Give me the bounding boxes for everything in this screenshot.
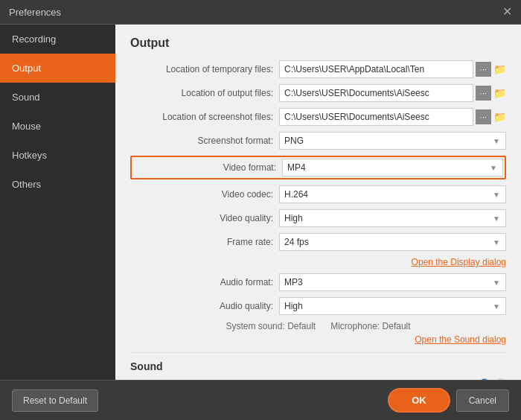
screenshot-files-folder-button[interactable]: 📁 (493, 111, 506, 123)
video-codec-dropdown-wrapper: H.264 (279, 185, 506, 203)
video-format-select[interactable]: MP4 (282, 159, 503, 176)
close-button[interactable]: ✕ (502, 6, 512, 18)
output-section-title: Output (130, 36, 506, 50)
video-format-control: MP4 (282, 159, 503, 176)
video-format-dropdown-wrapper: MP4 (282, 159, 503, 176)
screenshot-files-control: C:\Users\USER\Documents\AiSeesc ··· 📁 (279, 108, 506, 126)
video-format-label: Video format: (133, 162, 282, 173)
cancel-button[interactable]: Cancel (456, 389, 509, 412)
temp-files-label: Location of temporary files: (130, 64, 279, 74)
audio-quality-control: High (279, 297, 506, 315)
screenshot-format-control: PNG (279, 132, 506, 150)
dialog-title: Preferences (9, 7, 61, 18)
sound-info-row: System sound: Default Microphone: Defaul… (130, 321, 506, 331)
open-sound-dialog-row: Open the Sound dialog (130, 334, 506, 345)
video-quality-control: High (279, 209, 506, 227)
output-files-dots-button[interactable]: ··· (476, 86, 491, 101)
output-files-folder-button[interactable]: 📁 (493, 87, 506, 99)
audio-format-dropdown-wrapper: MP3 (279, 273, 506, 291)
screenshot-files-label: Location of screenshot files: (130, 112, 279, 122)
temp-files-folder-button[interactable]: 📁 (493, 63, 506, 75)
frame-rate-select[interactable]: 24 fps (279, 233, 506, 251)
audio-quality-row: Audio quality: High (130, 297, 506, 315)
main-content: Output Location of temporary files: C:\U… (115, 25, 521, 380)
system-sound-info: System sound: Default (226, 321, 316, 331)
sidebar-item-hotkeys[interactable]: Hotkeys (0, 141, 115, 170)
audio-format-row: Audio format: MP3 (130, 273, 506, 291)
content-area: Recording Output Sound Mouse Hotkeys Oth… (0, 25, 521, 380)
sidebar-item-mouse[interactable]: Mouse (0, 112, 115, 141)
screenshot-format-label: Screenshot format: (130, 136, 279, 146)
video-codec-control: H.264 (279, 185, 506, 203)
sidebar-item-output[interactable]: Output (0, 54, 115, 83)
sidebar-item-recording[interactable]: Recording (0, 25, 115, 54)
audio-format-select[interactable]: MP3 (279, 273, 506, 291)
output-files-path: C:\Users\USER\Documents\AiSeesc (279, 84, 473, 102)
ok-button[interactable]: OK (388, 388, 450, 413)
open-display-dialog-button[interactable]: Open the Display dialog (412, 257, 506, 267)
video-codec-select[interactable]: H.264 (279, 185, 506, 203)
footer: Reset to Default OK Cancel (0, 380, 521, 420)
screenshot-format-row: Screenshot format: PNG (130, 132, 506, 150)
temp-files-path: C:\Users\USER\AppData\Local\Ten (279, 60, 473, 78)
frame-rate-label: Frame rate: (130, 237, 279, 247)
video-quality-dropdown-wrapper: High (279, 209, 506, 227)
frame-rate-dropdown-wrapper: 24 fps (279, 233, 506, 251)
sidebar-item-sound[interactable]: Sound (0, 83, 115, 112)
frame-rate-control: 24 fps (279, 233, 506, 251)
video-quality-row: Video quality: High (130, 209, 506, 227)
screenshot-files-path: C:\Users\USER\Documents\AiSeesc (279, 108, 473, 126)
audio-quality-dropdown-wrapper: High (279, 297, 506, 315)
preferences-dialog: Preferences ✕ Recording Output Sound Mou… (0, 0, 521, 420)
sidebar-item-others[interactable]: Others (0, 170, 115, 199)
screenshot-files-dots-button[interactable]: ··· (476, 109, 491, 124)
video-codec-row: Video codec: H.264 (130, 185, 506, 203)
audio-format-control: MP3 (279, 273, 506, 291)
sidebar: Recording Output Sound Mouse Hotkeys Oth… (0, 25, 115, 380)
screenshot-format-select[interactable]: PNG (279, 132, 506, 150)
title-bar: Preferences ✕ (0, 0, 521, 25)
separator (130, 352, 506, 353)
audio-quality-label: Audio quality: (130, 301, 279, 311)
output-files-control: C:\Users\USER\Documents\AiSeesc ··· 📁 (279, 84, 506, 102)
open-display-dialog-row: Open the Display dialog (130, 257, 506, 267)
frame-rate-row: Frame rate: 24 fps (130, 233, 506, 251)
open-sound-dialog-button[interactable]: Open the Sound dialog (415, 334, 506, 345)
screenshot-files-row: Location of screenshot files: C:\Users\U… (130, 108, 506, 126)
output-files-row: Location of output files: C:\Users\USER\… (130, 84, 506, 102)
audio-quality-select[interactable]: High (279, 297, 506, 315)
footer-right: OK Cancel (388, 388, 509, 413)
reset-to-default-button[interactable]: Reset to Default (12, 389, 98, 412)
video-codec-label: Video codec: (130, 189, 279, 200)
temp-files-row: Location of temporary files: C:\Users\US… (130, 60, 506, 78)
microphone-info: Microphone: Default (330, 321, 410, 331)
video-format-row: Video format: MP4 (130, 156, 506, 179)
temp-files-dots-button[interactable]: ··· (476, 62, 491, 77)
temp-files-control: C:\Users\USER\AppData\Local\Ten ··· 📁 (279, 60, 506, 78)
video-quality-select[interactable]: High (279, 209, 506, 227)
screenshot-format-dropdown-wrapper: PNG (279, 132, 506, 150)
video-quality-label: Video quality: (130, 213, 279, 223)
output-files-label: Location of output files: (130, 88, 279, 98)
sound-section-title: Sound (130, 360, 506, 372)
audio-format-label: Audio format: (130, 277, 279, 287)
